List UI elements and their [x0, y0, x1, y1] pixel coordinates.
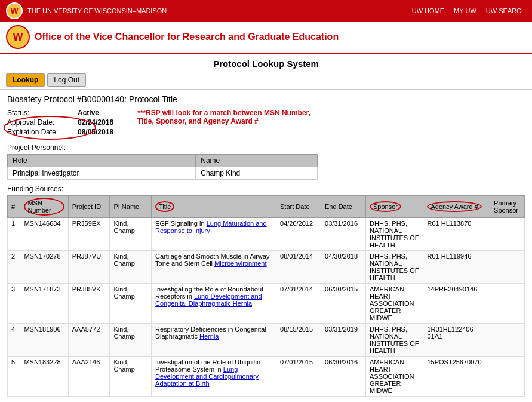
row-title: EGF Signaling in Lung Maturation and Res…: [152, 218, 276, 251]
row-project: PRJ87VU: [68, 251, 110, 284]
row-num: 3: [8, 284, 20, 324]
row-end: 06/30/2015: [321, 284, 366, 324]
row-start: 08/01/2014: [276, 251, 321, 284]
row-award: 1R01HL122406-01A1: [423, 324, 490, 357]
row-primary: [490, 357, 525, 397]
row-sponsor: DHHS, PHS, NATIONAL INSTITUTES OF HEALTH: [366, 324, 423, 357]
row-start: 07/01/2014: [276, 284, 321, 324]
name-col-header: Name: [196, 155, 318, 167]
row-end: 03/31/2016: [321, 218, 366, 251]
status-value: Active: [78, 109, 99, 117]
expiration-value: 08/05/2018: [78, 128, 113, 136]
nav-bar: Lookup Log Out: [0, 71, 532, 90]
title-link[interactable]: Lung Maturation and Response to Injury: [155, 220, 267, 234]
protocol-id: Biosafety Protocol #B00000140:: [7, 94, 127, 104]
approval-row: Approval Date: 02/24/2016: [7, 118, 113, 127]
title-link[interactable]: Microenvironment: [214, 260, 266, 267]
row-pi: Kind, Champ: [110, 284, 152, 324]
row-num: 1: [8, 218, 20, 251]
row-msn: MSN181906: [20, 324, 68, 357]
top-nav: UW HOME MY UW UW SEARCH: [412, 7, 526, 14]
row-pi: Kind, Champ: [110, 357, 152, 397]
approval-label: Approval Date:: [7, 118, 73, 127]
personnel-section: Project Personnel: Role Name Principal I…: [7, 143, 525, 180]
row-project: PRJ85VK: [68, 284, 110, 324]
msn-circled: MSN Number: [24, 198, 64, 216]
top-bar-left: W THE UNIVERSITY OF WISCONSIN–MADISON: [6, 2, 167, 19]
top-bar: W THE UNIVERSITY OF WISCONSIN–MADISON UW…: [0, 0, 532, 22]
row-project: PRJ59EX: [68, 218, 110, 251]
col-header-start: Start Date: [276, 196, 321, 218]
uw-logo: W: [6, 2, 23, 19]
funding-row: 5 MSN183228 AAA2146 Kind, Champ Investig…: [8, 357, 525, 397]
sponsor-circled: Sponsor: [370, 201, 401, 212]
personnel-table: Role Name Principal Investigator Champ K…: [7, 154, 318, 180]
col-header-award: Agency Award #: [423, 196, 490, 218]
approval-value: 02/24/2016: [78, 118, 113, 127]
row-award: 15POST25670070: [423, 357, 490, 397]
row-msn: MSN170278: [20, 251, 68, 284]
col-header-pi: PI Name: [110, 196, 152, 218]
expiration-label: Expiration Date:: [7, 128, 73, 136]
role-col-header: Role: [8, 155, 196, 167]
row-primary: [490, 251, 525, 284]
office-logo: W: [6, 25, 30, 49]
col-header-num: #: [8, 196, 20, 218]
logout-button[interactable]: Log Out: [47, 73, 86, 87]
lookup-button[interactable]: Lookup: [6, 73, 45, 87]
award-circled: Agency Award #: [427, 201, 481, 212]
row-pi: Kind, Champ: [110, 218, 152, 251]
row-pi: Kind, Champ: [110, 324, 152, 357]
status-section: Status: Active Approval Date: 02/24/2016…: [7, 109, 525, 137]
funding-row: 4 MSN181906 AAA5772 Kind, Champ Respirat…: [8, 324, 525, 357]
office-bar: W Office of the Vice Chancellor for Rese…: [0, 22, 532, 54]
col-header-proj: Project ID: [68, 196, 110, 218]
row-title: Investigating the Role of Roundabout Rec…: [152, 284, 276, 324]
row-title: Cartilage and Smooth Muscle in Airway To…: [152, 251, 276, 284]
rsp-note: ***RSP will look for a match between MSN…: [137, 109, 328, 137]
col-header-msn: MSN Number: [20, 196, 68, 218]
row-primary: [490, 324, 525, 357]
row-sponsor: AMERICAN HEART ASSOCIATION GREATER MIDWE: [366, 284, 423, 324]
row-end: 03/31/2019: [321, 324, 366, 357]
status-row: Status: Active: [7, 109, 113, 117]
title-link[interactable]: Lung Development and Congenital Diaphrag…: [155, 293, 262, 307]
row-end: 06/30/2016: [321, 357, 366, 397]
uw-home-link[interactable]: UW HOME: [412, 7, 444, 14]
funding-row: 2 MSN170278 PRJ87VU Kind, Champ Cartilag…: [8, 251, 525, 284]
row-start: 08/15/2015: [276, 324, 321, 357]
office-title: Office of the Vice Chancellor for Resear…: [35, 32, 339, 42]
personnel-role: Principal Investigator: [8, 167, 196, 180]
page-title: Protocol Lookup System: [0, 54, 532, 71]
row-project: AAA5772: [68, 324, 110, 357]
expiration-row: Expiration Date: 08/05/2018: [7, 128, 113, 136]
funding-table: # MSN Number Project ID PI Name Title St…: [7, 195, 525, 397]
row-primary: [490, 284, 525, 324]
row-pi: Kind, Champ: [110, 251, 152, 284]
personnel-name: Champ Kind: [196, 167, 318, 180]
row-msn: MSN171873: [20, 284, 68, 324]
col-header-sponsor: Sponsor: [366, 196, 423, 218]
col-header-end: End Date: [321, 196, 366, 218]
title-link[interactable]: Hernia: [199, 333, 219, 340]
row-start: 04/20/2012: [276, 218, 321, 251]
personnel-row: Principal Investigator Champ Kind: [8, 167, 318, 180]
row-msn: MSN146684: [20, 218, 68, 251]
row-end: 04/30/2018: [321, 251, 366, 284]
uw-search-link[interactable]: UW SEARCH: [486, 7, 526, 14]
row-title: Respiratory Deficiencies in Congenital D…: [152, 324, 276, 357]
col-header-title: Title: [152, 196, 276, 218]
row-sponsor: AMERICAN HEART ASSOCIATION GREATER MIDWE: [366, 357, 423, 397]
title-link[interactable]: Lung Development and Cardiopulmonary Ada…: [155, 366, 259, 387]
row-award: 14PRE20490146: [423, 284, 490, 324]
row-award: R01 HL119946: [423, 251, 490, 284]
status-info: Status: Active Approval Date: 02/24/2016…: [7, 109, 113, 137]
row-primary: [490, 218, 525, 251]
personnel-label: Project Personnel:: [7, 143, 525, 152]
row-sponsor: DHHS, PHS, NATIONAL INSTITUTES OF HEALTH: [366, 218, 423, 251]
row-project: AAA2146: [68, 357, 110, 397]
row-num: 2: [8, 251, 20, 284]
row-sponsor: DHHS, PHS, NATIONAL INSTITUTES OF HEALTH: [366, 251, 423, 284]
title-circled: Title: [155, 201, 174, 212]
my-uw-link[interactable]: MY UW: [454, 7, 476, 14]
